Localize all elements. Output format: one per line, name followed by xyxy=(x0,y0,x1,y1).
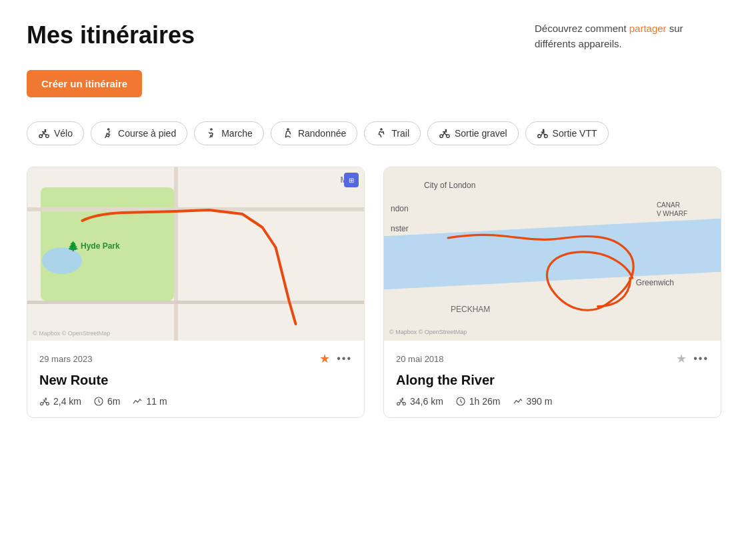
svg-point-16 xyxy=(544,135,547,138)
elevation-icon-1 xyxy=(132,396,143,407)
bike-icon xyxy=(38,127,50,139)
stat-distance-2: 34,6 km xyxy=(396,396,443,407)
map2-watermark: © Mapbox © OpenStreetMap xyxy=(389,329,467,335)
map2-ndon-label: ndon xyxy=(391,204,409,213)
route-info-new-route: 29 mars 2023 ★ ••• New Route 2,4 km 6m xyxy=(27,341,364,417)
svg-point-1 xyxy=(46,135,49,138)
map1-watermark: © Mapbox © OpenStreetMap xyxy=(33,330,110,337)
hike-icon xyxy=(282,127,294,139)
vtt-icon xyxy=(537,127,549,139)
svg-point-15 xyxy=(537,135,541,138)
svg-point-2 xyxy=(45,129,46,131)
route-meta-new-route: 29 mars 2023 ★ ••• xyxy=(39,351,352,366)
svg-line-7 xyxy=(289,131,291,135)
route-actions-2: ★ ••• xyxy=(676,351,709,366)
page-header: Mes itinéraires Découvrez comment partag… xyxy=(27,21,721,51)
filter-chip-velo[interactable]: Vélo xyxy=(27,121,84,145)
gravel-icon xyxy=(439,127,451,139)
map2-nster-label: nster xyxy=(391,224,409,233)
filter-label-trail: Trail xyxy=(391,128,409,139)
stat-distance-1: 2,4 km xyxy=(39,396,81,407)
elevation-icon-2 xyxy=(513,396,523,407)
route-stats-new-route: 2,4 km 6m 11 m xyxy=(39,396,352,407)
svg-point-11 xyxy=(381,129,382,130)
map1-park-label: 🌲 Hyde Park xyxy=(67,241,120,251)
filter-label-sortie-vtt: Sortie VTT xyxy=(553,128,597,139)
bike-stat-icon-2 xyxy=(396,396,407,407)
svg-point-5 xyxy=(287,129,289,130)
stat-elevation-1: 11 m xyxy=(132,396,167,407)
filter-label-randonnee: Randonnée xyxy=(298,128,346,139)
filter-label-course: Course à pied xyxy=(118,128,176,139)
svg-point-0 xyxy=(39,135,43,138)
more-menu-button-1[interactable]: ••• xyxy=(337,353,352,365)
filter-label-sortie-gravel: Sortie gravel xyxy=(455,128,507,139)
filter-label-velo: Vélo xyxy=(54,128,73,139)
map2-peckham-label: PECKHAM xyxy=(451,305,490,314)
route-actions: ★ ••• xyxy=(319,351,352,366)
route-stats-along-the-river: 34,6 km 1h 26m 390 m xyxy=(396,396,709,407)
svg-point-13 xyxy=(447,135,450,138)
svg-point-4 xyxy=(211,129,212,130)
header-info: Découvrez comment partager sur différent… xyxy=(535,21,721,51)
map2-greenwich-label: Greenwich xyxy=(636,278,674,287)
stat-duration-2: 1h 26m xyxy=(455,396,501,407)
route-meta-along-the-river: 20 mai 2018 ★ ••• xyxy=(396,351,709,366)
page-title: Mes itinéraires xyxy=(27,21,195,49)
header-text: Découvrez comment xyxy=(535,23,629,34)
filter-chip-randonnee[interactable]: Randonnée xyxy=(271,121,357,145)
svg-point-17 xyxy=(543,129,544,131)
filter-chip-trail[interactable]: Trail xyxy=(364,121,421,145)
filter-chip-course[interactable]: Course à pied xyxy=(91,121,187,145)
stat-elevation-2: 390 m xyxy=(513,396,553,407)
route-name-new-route: New Route xyxy=(39,373,352,388)
star-button-2[interactable]: ★ xyxy=(676,351,687,366)
routes-grid: 🌲 Hyde Park MAY ⊞ © Mapbox © OpenStreetM… xyxy=(27,167,721,418)
create-itinerary-button[interactable]: Créer un itinéraire xyxy=(27,70,142,97)
trail-icon xyxy=(375,127,387,139)
route-date: 29 mars 2023 xyxy=(39,354,93,364)
clock-icon-2 xyxy=(455,396,466,407)
walk-icon xyxy=(205,127,217,139)
clock-icon-1 xyxy=(93,396,104,407)
filter-label-marche: Marche xyxy=(221,128,253,139)
svg-point-22 xyxy=(397,403,400,405)
filter-bar: Vélo Course à pied Marche Randonnée Trai… xyxy=(27,121,721,145)
route-date-2: 20 mai 2018 xyxy=(396,354,444,364)
svg-point-14 xyxy=(445,129,447,131)
map2-city-label: City of London xyxy=(424,181,475,190)
route-card-along-the-river: City of London ndon nster CANARV WHARF G… xyxy=(383,167,721,418)
more-menu-button-2[interactable]: ••• xyxy=(693,353,709,365)
svg-point-20 xyxy=(45,398,46,399)
svg-point-3 xyxy=(108,129,109,130)
route-card-new-route: 🌲 Hyde Park MAY ⊞ © Mapbox © OpenStreetM… xyxy=(27,167,365,418)
svg-point-24 xyxy=(402,398,403,399)
filter-chip-sortie-vtt[interactable]: Sortie VTT xyxy=(525,121,609,145)
route-map-new-route[interactable]: 🌲 Hyde Park MAY ⊞ © Mapbox © OpenStreetM… xyxy=(27,167,364,341)
stat-duration-1: 6m xyxy=(93,396,120,407)
star-button-1[interactable]: ★ xyxy=(319,351,330,366)
svg-point-12 xyxy=(440,135,443,138)
route-info-along-the-river: 20 mai 2018 ★ ••• Along the River 34,6 k… xyxy=(384,341,721,417)
filter-chip-sortie-gravel[interactable]: Sortie gravel xyxy=(427,121,519,145)
route-map-along-the-river[interactable]: City of London ndon nster CANARV WHARF G… xyxy=(384,167,721,341)
bike-stat-icon-1 xyxy=(39,396,50,407)
map1-map-icon: ⊞ xyxy=(344,173,359,187)
run-icon xyxy=(102,127,114,139)
route-name-along-the-river: Along the River xyxy=(396,373,709,388)
map2-canar-label: CANARV WHARF xyxy=(657,201,687,218)
filter-chip-marche[interactable]: Marche xyxy=(194,121,264,145)
partager-link[interactable]: partager xyxy=(629,23,667,34)
svg-line-9 xyxy=(288,136,291,137)
svg-point-18 xyxy=(41,403,43,405)
